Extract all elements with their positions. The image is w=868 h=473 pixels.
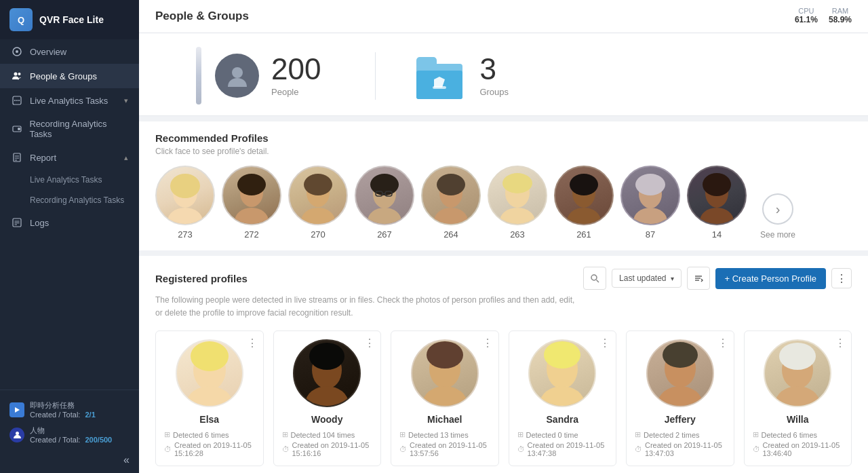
recommended-subtitle: Click face to see profile's detail.: [155, 147, 852, 156]
recommended-profile-4[interactable]: 267: [355, 166, 414, 240]
folder-icon: [416, 53, 467, 99]
sidebar-sub-recording-analytics[interactable]: Recording Analytics Tasks: [0, 190, 139, 210]
person-card-michael: ⋮ Michael ⊞ Detected 13 times ⏱ Created …: [391, 330, 499, 466]
more-options-button[interactable]: ⋮: [831, 268, 852, 288]
people-icon-circle: [215, 54, 259, 98]
willa-created: ⏱ Created on 2019-11-05 13:46:40: [753, 441, 844, 457]
michael-name: Michael: [399, 414, 490, 425]
sidebar-item-logs[interactable]: Logs: [0, 210, 139, 235]
person-card-menu-willa[interactable]: ⋮: [835, 337, 846, 349]
registered-controls: Last updated ▾ + Create Person Profile ⋮: [583, 267, 852, 290]
person-card-menu-woody[interactable]: ⋮: [364, 337, 375, 349]
realtime-tasks-footer: 即時分析任務 Created / Total: 2/1: [9, 397, 130, 422]
sidebar-header: Q QVR Face Lite: [0, 0, 139, 39]
svg-point-59: [191, 341, 229, 371]
svg-point-52: [591, 275, 597, 280]
sort-order-button[interactable]: [687, 267, 710, 290]
person-card-menu-michael[interactable]: ⋮: [482, 337, 493, 349]
person-card-woody: ⋮ Woody ⊞ Detected 104 times ⏱ Created o…: [273, 330, 382, 466]
sidebar-item-report[interactable]: Report ▴: [0, 145, 139, 170]
clock-icon-jeffery: ⏱: [635, 445, 642, 453]
person-card-jeffery: ⋮ Jeffery ⊞ Detected 2 times ⏱ Created o…: [626, 330, 734, 466]
people-stat-text: 200 People: [271, 54, 321, 97]
woody-created: ⏱ Created on 2019-11-05 15:16:16: [282, 441, 373, 457]
recommended-profile-3[interactable]: 270: [288, 166, 348, 240]
sidebar-footer: 即時分析任務 Created / Total: 2/1 人物 Created /…: [0, 390, 139, 450]
app-title: QVR Face Lite: [39, 14, 104, 25]
sidebar-item-live-analytics[interactable]: Live Analytics Tasks ▾: [0, 88, 139, 113]
realtime-tasks-count-row: Created / Total: 2/1: [30, 411, 96, 419]
recommended-profile-5[interactable]: 264: [421, 166, 481, 240]
ram-label: RAM: [829, 7, 852, 15]
people-count-footer: 人物 Created / Total: 200/500: [9, 422, 130, 447]
recommended-profile-8[interactable]: 87: [620, 166, 680, 240]
groups-count-display: 3: [479, 54, 509, 84]
clock-icon-woody: ⏱: [282, 445, 290, 453]
profile-score-2: 272: [244, 229, 259, 240]
svg-point-6: [16, 100, 18, 101]
people-groups-icon: [11, 70, 23, 82]
svg-point-50: [700, 208, 734, 224]
people-count-info: 人物 Created / Total: 200/500: [30, 425, 112, 444]
svg-point-73: [775, 386, 820, 406]
realtime-tasks-count: 2/1: [85, 411, 95, 419]
profile-avatar-6: [488, 166, 547, 225]
elsa-detected: ⊞ Detected 6 times: [164, 430, 255, 439]
people-label: People: [271, 87, 321, 97]
jeffery-detected: ⊞ Detected 2 times: [635, 430, 726, 439]
svg-point-33: [370, 174, 399, 195]
see-more-label: See more: [760, 230, 795, 240]
sidebar-item-overview[interactable]: Overview: [0, 39, 139, 64]
sort-dropdown[interactable]: Last updated ▾: [612, 269, 681, 288]
sub-recording-analytics-label: Recording Analytics Tasks: [30, 195, 124, 205]
sidebar-item-recording-analytics[interactable]: Recording Analytics Tasks: [0, 113, 139, 145]
recommended-profile-7[interactable]: 261: [554, 166, 614, 240]
recommended-profile-6[interactable]: 263: [488, 166, 547, 240]
recommended-profile-2[interactable]: 272: [222, 166, 281, 240]
system-stats-bar: CPU 61.1% RAM 58.9%: [795, 7, 852, 24]
person-card-menu-sandra[interactable]: ⋮: [599, 337, 610, 349]
logs-icon: [11, 216, 23, 229]
elsa-created: ⏱ Created on 2019-11-05 15:16:28: [164, 441, 255, 457]
sort-label: Last updated: [619, 273, 666, 283]
search-button[interactable]: [583, 267, 606, 290]
sidebar-item-people-groups[interactable]: People & Groups: [0, 64, 139, 88]
recommended-section: Recommended Profiles Click face to see p…: [139, 121, 868, 250]
main-content: People & Groups CPU 61.1% RAM 58.9% 200 …: [139, 0, 868, 473]
top-bar: People & Groups CPU 61.1% RAM 58.9%: [139, 0, 868, 33]
svg-point-48: [635, 174, 665, 195]
svg-point-23: [167, 208, 203, 224]
person-card-menu-jeffery[interactable]: ⋮: [717, 337, 728, 349]
clock-icon-sandra: ⏱: [517, 445, 525, 453]
jeffery-name: Jeffery: [635, 414, 726, 425]
woody-photo: [293, 339, 361, 407]
recommended-profile-9[interactable]: 14: [687, 166, 747, 240]
ram-stat: RAM 58.9%: [829, 7, 852, 24]
groups-label: Groups: [479, 87, 509, 97]
svg-point-68: [544, 341, 580, 368]
sidebar-sub-live-analytics[interactable]: Live Analytics Tasks: [0, 170, 139, 190]
svg-rect-21: [433, 86, 446, 89]
profile-score-1: 273: [178, 229, 193, 240]
page-title: People & Groups: [155, 10, 249, 23]
person-card-sandra: ⋮ Sandra ⊞ Detected 0 time ⏱ Created on …: [509, 330, 617, 466]
profile-avatar-8: [620, 166, 680, 225]
report-chevron-icon: ▴: [124, 153, 128, 162]
registered-section: Registered profiles Last updated ▾ + Cre…: [139, 256, 868, 473]
see-more-button[interactable]: › See more: [753, 193, 802, 240]
registered-header-row: Registered profiles Last updated ▾ + Cre…: [155, 267, 852, 290]
logs-label: Logs: [30, 218, 49, 228]
recommended-profile-1[interactable]: 273: [155, 166, 215, 240]
people-count-icon: [9, 428, 24, 442]
profile-score-4: 267: [377, 229, 392, 240]
person-card-menu-elsa[interactable]: ⋮: [247, 337, 258, 349]
stats-section: 200 People 3 Groups: [139, 33, 868, 116]
sidebar-collapse-button[interactable]: «: [123, 454, 130, 466]
svg-point-29: [301, 208, 335, 224]
svg-point-44: [567, 208, 601, 224]
sandra-name: Sandra: [517, 414, 608, 425]
create-person-profile-button[interactable]: + Create Person Profile: [715, 268, 826, 289]
persons-grid: ⋮ Elsa ⊞ Detected 6 times ⏱ Created on 2…: [155, 330, 852, 466]
svg-point-41: [500, 208, 535, 224]
overview-icon: [11, 45, 23, 58]
